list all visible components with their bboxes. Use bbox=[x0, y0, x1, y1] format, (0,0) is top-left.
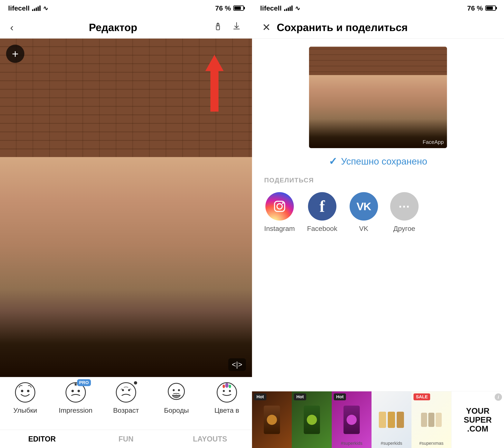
success-message: ✓ Успешно сохранено bbox=[264, 155, 492, 167]
ad-products: Hot Hot bbox=[252, 391, 451, 448]
svg-point-16 bbox=[225, 383, 229, 388]
instagram-icon bbox=[265, 192, 294, 221]
save-share-title: Сохранить и поделиться bbox=[277, 21, 408, 34]
ad-product-1[interactable]: Hot bbox=[252, 391, 292, 448]
left-header: ‹ Редактор bbox=[0, 16, 252, 38]
share-instagram[interactable]: Instagram bbox=[264, 192, 295, 233]
download-button[interactable] bbox=[231, 21, 242, 34]
right-status-battery: 76 % bbox=[467, 4, 496, 12]
share-more[interactable]: ··· Другое bbox=[390, 192, 419, 233]
tool-impression[interactable]: PRO Impression bbox=[50, 381, 101, 414]
battery-percent-right: 76 % bbox=[467, 4, 483, 12]
editor-title: Редактор bbox=[89, 21, 137, 34]
share-icons-row: Instagram f Facebook VK VK bbox=[264, 192, 492, 233]
svg-point-1 bbox=[16, 383, 35, 402]
svg-point-11 bbox=[173, 389, 175, 391]
facebook-label: Facebook bbox=[307, 225, 337, 233]
superxmas-label: #superxmas bbox=[419, 441, 444, 446]
ad-product-5[interactable]: SALE #superxmas bbox=[412, 391, 451, 448]
left-status-info: lifecell ∿ bbox=[8, 4, 48, 12]
preview-image: FaceApp bbox=[309, 47, 447, 148]
superkids-label2: #superkids bbox=[381, 441, 402, 446]
right-status-left-panel: 76 % bbox=[215, 4, 244, 12]
tool-smiles[interactable]: Улыбки bbox=[0, 381, 50, 414]
notification-dot bbox=[134, 381, 137, 384]
signal-bars-left bbox=[32, 5, 41, 11]
beards-label: Бороды bbox=[164, 406, 189, 414]
instagram-label: Instagram bbox=[264, 225, 295, 233]
superkids-label: #superkids bbox=[341, 441, 362, 446]
svg-point-6 bbox=[77, 390, 80, 392]
right-content: FaceApp ✓ Успешно сохранено ПОДЕЛИТЬСЯ bbox=[252, 38, 504, 391]
share-vk[interactable]: VK VK bbox=[350, 192, 378, 233]
hot-badge-1: Hot bbox=[254, 394, 266, 400]
svg-point-17 bbox=[223, 384, 225, 388]
carrier-left: lifecell bbox=[8, 4, 30, 12]
expand-button[interactable]: <|> bbox=[228, 358, 246, 371]
vk-icon: VK bbox=[350, 192, 378, 221]
svg-point-7 bbox=[116, 383, 136, 402]
ad-product-4[interactable]: #superkids bbox=[372, 391, 411, 448]
impression-label: Impression bbox=[59, 406, 92, 414]
share-button[interactable] bbox=[213, 21, 223, 34]
faceapp-watermark: FaceApp bbox=[423, 139, 444, 145]
right-status-carrier: lifecell ∿ bbox=[260, 4, 300, 12]
right-panel: ✕ Сохранить и поделиться FaceApp ✓ Успеш… bbox=[252, 16, 504, 448]
svg-point-15 bbox=[229, 390, 231, 392]
svg-point-3 bbox=[27, 390, 29, 392]
status-bar: lifecell ∿ 76 % lifecell bbox=[0, 0, 504, 16]
share-section: ПОДЕЛИТЬСЯ Instagram bbox=[264, 175, 492, 234]
back-button[interactable]: ‹ bbox=[10, 21, 14, 33]
person-image bbox=[0, 157, 252, 377]
tab-layouts[interactable]: LAYOUTS bbox=[168, 435, 252, 443]
svg-point-20 bbox=[277, 204, 282, 209]
close-button[interactable]: ✕ bbox=[262, 21, 271, 33]
svg-point-5 bbox=[72, 390, 74, 392]
success-text: Успешно сохранено bbox=[341, 156, 427, 167]
main-content: ‹ Редактор bbox=[0, 16, 504, 448]
vk-label: VK bbox=[359, 225, 368, 233]
ad-info-icon[interactable]: i bbox=[495, 394, 502, 401]
svg-point-8 bbox=[122, 389, 124, 391]
svg-point-14 bbox=[223, 390, 225, 392]
tool-age[interactable]: Возраст bbox=[101, 381, 151, 414]
tab-editor[interactable]: EDITOR bbox=[0, 435, 84, 443]
checkmark-icon: ✓ bbox=[329, 155, 337, 167]
ad-product-3[interactable]: Hot #superkids bbox=[332, 391, 372, 448]
ad-brand[interactable]: i YOUR SUPER .COM bbox=[451, 391, 504, 448]
battery-icon-right bbox=[485, 5, 496, 11]
svg-point-2 bbox=[21, 390, 23, 392]
share-facebook[interactable]: f Facebook bbox=[307, 192, 337, 233]
arrow-indicator bbox=[205, 55, 224, 112]
right-status: lifecell ∿ 76 % bbox=[252, 0, 504, 16]
more-label: Другое bbox=[394, 225, 415, 233]
share-label: ПОДЕЛИТЬСЯ bbox=[264, 177, 492, 184]
tab-fun[interactable]: FUN bbox=[84, 435, 168, 443]
carrier-right: lifecell bbox=[260, 4, 282, 12]
hot-badge-2: Hot bbox=[294, 394, 306, 400]
tool-colors[interactable]: Цвета в bbox=[202, 381, 252, 414]
svg-point-12 bbox=[178, 389, 180, 391]
signal-bars-right bbox=[284, 5, 293, 11]
hot-badge-3: Hot bbox=[334, 394, 346, 400]
svg-point-18 bbox=[229, 384, 231, 388]
facebook-icon: f bbox=[308, 192, 336, 221]
more-icon: ··· bbox=[390, 192, 419, 221]
age-label: Возраст bbox=[113, 406, 139, 414]
ad-product-2[interactable]: Hot bbox=[292, 391, 332, 448]
editor-image: + <|> bbox=[0, 38, 252, 377]
tools-toolbar: Улыбки PRO Impression bbox=[0, 377, 252, 430]
header-icons bbox=[213, 21, 242, 34]
svg-point-9 bbox=[128, 389, 130, 391]
add-overlay-button[interactable]: + bbox=[6, 45, 24, 63]
colors-label: Цвета в bbox=[215, 406, 239, 414]
right-header: ✕ Сохранить и поделиться bbox=[252, 16, 504, 38]
sale-badge: SALE bbox=[414, 394, 430, 400]
ad-banner[interactable]: Hot Hot bbox=[252, 391, 504, 448]
battery-percent-left: 76 % bbox=[215, 4, 231, 12]
tool-beards[interactable]: Бороды bbox=[151, 381, 201, 414]
wifi-icon-right: ∿ bbox=[295, 5, 300, 12]
left-status: lifecell ∿ 76 % bbox=[0, 0, 252, 16]
battery-icon-left bbox=[233, 5, 244, 11]
left-panel: ‹ Редактор bbox=[0, 16, 252, 448]
